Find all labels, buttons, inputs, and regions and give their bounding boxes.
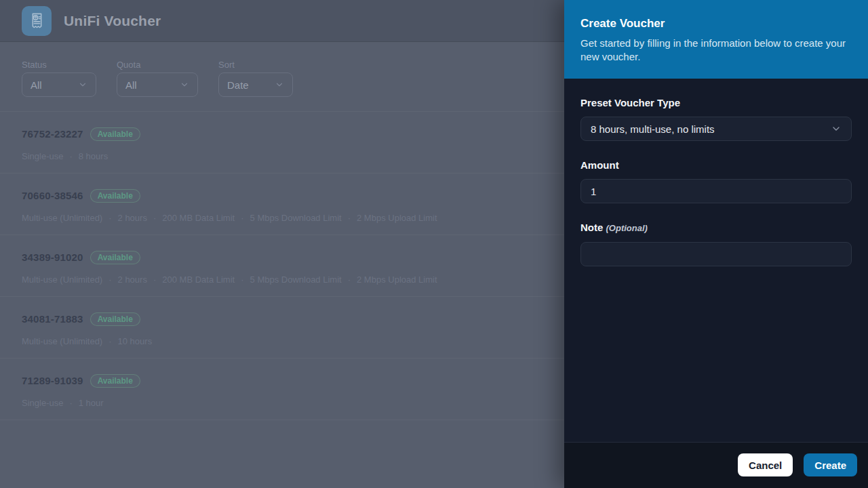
preset-selected-value: 8 hours, multi-use, no limits: [591, 123, 715, 135]
amount-field-group: Amount: [580, 160, 852, 203]
drawer-title: Create Voucher: [580, 18, 852, 30]
drawer-body: Preset Voucher Type 8 hours, multi-use, …: [564, 79, 868, 442]
drawer-footer: Cancel Create: [564, 442, 868, 488]
create-voucher-drawer: Create Voucher Get started by filling in…: [564, 0, 868, 488]
note-field-group: Note (Optional): [580, 222, 852, 266]
chevron-down-icon: [831, 123, 842, 134]
note-label: Note (Optional): [580, 222, 852, 234]
drawer-overlay[interactable]: [0, 0, 564, 488]
amount-label: Amount: [580, 160, 852, 171]
create-button[interactable]: Create: [804, 453, 857, 476]
note-optional-hint: (Optional): [606, 223, 648, 233]
preset-select[interactable]: 8 hours, multi-use, no limits: [580, 117, 852, 141]
cancel-button[interactable]: Cancel: [738, 453, 793, 476]
drawer-description: Get started by filling in the informatio…: [580, 37, 852, 64]
preset-label: Preset Voucher Type: [580, 98, 852, 108]
note-input[interactable]: [580, 242, 852, 266]
drawer-header: Create Voucher Get started by filling in…: [564, 0, 868, 79]
preset-field-group: Preset Voucher Type 8 hours, multi-use, …: [580, 98, 852, 141]
amount-input[interactable]: [580, 179, 852, 203]
